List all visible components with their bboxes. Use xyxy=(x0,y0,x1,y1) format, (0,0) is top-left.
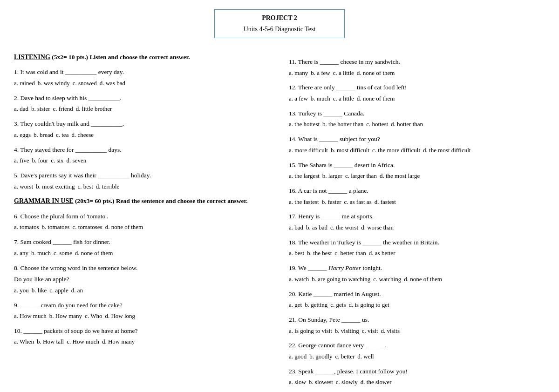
question-6: 6. Choose the plural form of 'tomato'. a… xyxy=(14,211,270,232)
q13-text: Turkey is ______ Canada. xyxy=(298,110,364,117)
q2-opt-b: b. sister xyxy=(31,104,50,114)
q11-stem: 11. There is ______ cheese in my sandwic… xyxy=(289,57,545,67)
q10-opt-d: d. How many xyxy=(102,337,135,347)
question-1: 1. It was cold and it __________ every d… xyxy=(14,67,270,88)
q2-opt-c: c. friend xyxy=(53,104,73,114)
q8-opt-b: b. like xyxy=(32,286,47,296)
q14-opt-d: d. the most difficult xyxy=(423,146,470,155)
q3-opt-d: d. cheese xyxy=(71,130,94,140)
q15-opt-c: c. larger than xyxy=(345,171,377,181)
q14-opt-a: a. more difficult xyxy=(289,146,328,155)
q18-opt-c: c. better than xyxy=(334,249,366,258)
q22-stem: 22. George cannot dance very ______. xyxy=(289,340,545,351)
q10-options: a. When b. How tall c. How much d. How m… xyxy=(14,337,270,347)
q18-text: The weather in Turkey is ______ the weat… xyxy=(298,239,439,246)
q20-num: 20. xyxy=(289,291,297,297)
q17-opt-d: d. worse than xyxy=(361,223,394,233)
q13-opt-b: b. the hotter than xyxy=(322,120,363,129)
q5-stem: 5. Dave's parents say it was their _____… xyxy=(14,170,270,181)
q14-text: What is ______ subject for you? xyxy=(298,135,380,142)
q5-num: 5. xyxy=(14,172,19,179)
q17-opt-a: a. bad xyxy=(289,223,303,233)
right-column: 11. There is ______ cheese in my sandwic… xyxy=(280,52,545,392)
q8-stem: 8. Choose the wrong word in the sentence… xyxy=(14,263,270,273)
q5-opt-d: d. terrible xyxy=(96,182,120,192)
q21-opt-d: d. visits xyxy=(381,326,400,336)
q20-text: Katie ______ married in August. xyxy=(298,291,381,297)
q2-opt-d: d. little brother xyxy=(76,104,112,114)
q4-num: 4. xyxy=(14,146,19,153)
question-8: 8. Choose the wrong word in the sentence… xyxy=(14,263,270,296)
q4-text: They stayed there for __________ days. xyxy=(20,146,121,153)
q6-text: Choose the plural form of 'tomato'. xyxy=(20,213,109,220)
grammar-label: GRAMMAR IN USE xyxy=(14,197,74,204)
q1-opt-b: b. was windy xyxy=(38,79,70,88)
q10-opt-a: a. When xyxy=(14,337,34,347)
q22-opt-b: b. goodly xyxy=(309,352,332,362)
header: PROJECT 2 Units 4-5-6 Diagnostic Test xyxy=(14,9,545,38)
q4-opt-a: a. five xyxy=(14,156,29,166)
question-13: 13. Turkey is ______ Canada. a. the hott… xyxy=(289,108,545,129)
question-3: 3. They couldn't buy milk and __________… xyxy=(14,119,270,140)
q1-opt-a: a. rained xyxy=(14,79,35,88)
q15-text: The Sahara is ______ desert in Africa. xyxy=(298,162,395,169)
question-20: 20. Katie ______ married in August. a. g… xyxy=(289,289,545,310)
q16-options: a. the fastest b. faster c. as fast as d… xyxy=(289,197,545,207)
q5-options: a. worst b. most exciting c. best d. ter… xyxy=(14,182,270,192)
q14-opt-b: b. most difficult xyxy=(331,146,369,155)
q18-num: 18. xyxy=(289,239,297,246)
q11-num: 11. xyxy=(289,58,296,65)
q20-opt-a: a. get xyxy=(289,300,302,310)
q4-opt-d: d. seven xyxy=(67,156,87,166)
q23-opt-a: a. slow xyxy=(289,378,306,387)
q18-opt-b: b. the best xyxy=(307,249,332,258)
q5-opt-a: a. worst xyxy=(14,182,33,192)
q9-num: 9. xyxy=(14,302,19,309)
q8-opt-a: a. you xyxy=(14,286,29,296)
q23-text: Speak ______, please. I cannot follow yo… xyxy=(298,368,408,375)
question-22: 22. George cannot dance very ______. a. … xyxy=(289,340,545,361)
q7-options: a. any b. much c. some d. none of them xyxy=(14,249,270,258)
q18-opt-d: d. as better xyxy=(369,249,395,258)
section1-header: LISTENING (5x2= 10 pts.) Listen and choo… xyxy=(14,52,270,62)
q21-num: 21. xyxy=(289,316,297,323)
q21-opt-a: a. is going to visit xyxy=(289,326,332,336)
q8-italic: Do you like an apple? xyxy=(14,274,270,284)
q4-options: a. five b. four c. six d. seven xyxy=(14,156,270,166)
q14-options: a. more difficult b. most difficult c. t… xyxy=(289,146,545,155)
q7-stem: 7. Sam cooked ______ fish for dinner. xyxy=(14,237,270,247)
q21-opt-b: b. visiting xyxy=(335,326,359,336)
q14-opt-c: c. the more difficult xyxy=(372,146,420,155)
q13-opt-a: a. the hottest xyxy=(289,120,320,129)
q13-stem: 13. Turkey is ______ Canada. xyxy=(289,108,545,119)
q15-opt-a: a. the largest xyxy=(289,171,320,181)
q8-text: Choose the wrong word in the sentence be… xyxy=(20,264,138,271)
q10-opt-b: b. How tall xyxy=(37,337,64,347)
q2-stem: 2. Dave had to sleep with his __________… xyxy=(14,93,270,103)
q9-options: a. How much b. How many c. Who d. How lo… xyxy=(14,311,270,321)
q6-stem: 6. Choose the plural form of 'tomato'. xyxy=(14,211,270,222)
q2-options: a. dad b. sister c. friend d. little bro… xyxy=(14,104,270,114)
q6-opt-c: c. tomatoses xyxy=(72,223,102,232)
q11-options: a. many b. a few c. a little d. none of … xyxy=(289,68,545,78)
q1-text: It was cold and it __________ every day. xyxy=(20,68,124,75)
question-14: 14. What is ______ subject for you? a. m… xyxy=(289,134,545,155)
q14-num: 14. xyxy=(289,135,297,142)
q9-opt-d: d. How long xyxy=(105,311,135,321)
project-title: PROJECT 2 xyxy=(224,14,335,22)
q20-opt-d: d. is going to get xyxy=(348,300,389,310)
q23-opt-b: b. slowest xyxy=(309,378,333,387)
q21-stem: 21. On Sunday, Pete ______ us. xyxy=(289,315,545,325)
question-15: 15. The Sahara is ______ desert in Afric… xyxy=(289,160,545,181)
q3-options: a. eggs b. bread c. tea d. cheese xyxy=(14,130,270,140)
q6-opt-d: d. none of them xyxy=(105,223,143,232)
q2-text: Dave had to sleep with his __________. xyxy=(20,95,122,101)
q9-stem: 9. ______ cream do you need for the cake… xyxy=(14,300,270,311)
q9-text: ______ cream do you need for the cake? xyxy=(20,302,123,309)
question-21: 21. On Sunday, Pete ______ us. a. is goi… xyxy=(289,315,545,336)
q6-opt-a: a. tomatos xyxy=(14,223,39,232)
question-5: 5. Dave's parents say it was their _____… xyxy=(14,170,270,191)
q9-opt-b: b. How many xyxy=(49,311,82,321)
q1-opt-d: d. was bad xyxy=(100,79,125,88)
q21-text: On Sunday, Pete ______ us. xyxy=(298,316,369,323)
